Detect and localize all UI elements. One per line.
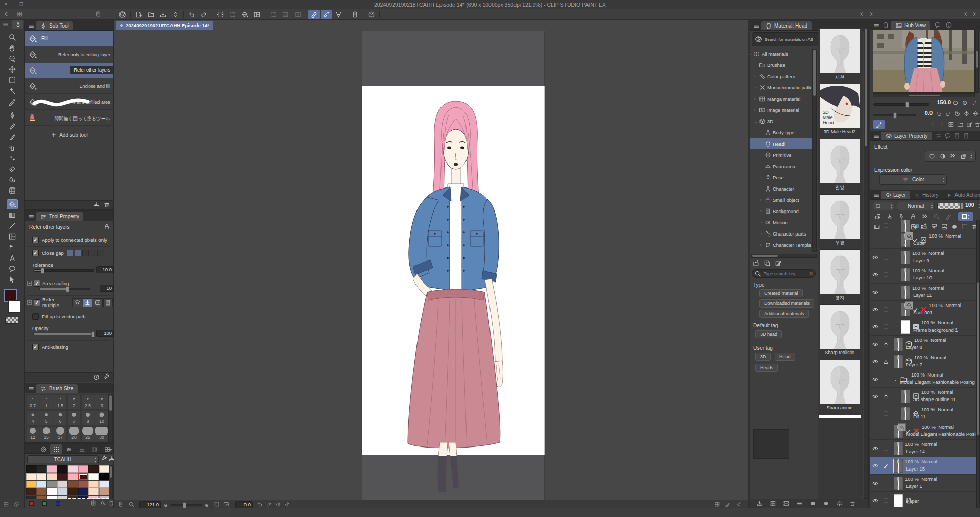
- help-button[interactable]: [365, 10, 377, 19]
- new-material-folder-icon[interactable]: [752, 260, 760, 267]
- special-ruler-option[interactable]: [83, 298, 92, 307]
- hand-tool[interactable]: [7, 43, 18, 53]
- swap-subview-button[interactable]: [971, 100, 978, 106]
- expander-icon[interactable]: ⌄: [749, 52, 752, 56]
- text-tool[interactable]: [7, 253, 18, 263]
- listview-footer-icon[interactable]: [796, 500, 803, 507]
- eye-icon[interactable]: [872, 306, 879, 313]
- paint-brush-tool[interactable]: [7, 132, 18, 142]
- clip-studio-logo-button[interactable]: [116, 10, 128, 19]
- import-sub-tool-icon[interactable]: [93, 201, 100, 208]
- sub-view-image[interactable]: [873, 30, 975, 93]
- material-thumb-scrollbar[interactable]: [864, 28, 868, 499]
- zoom-out-button[interactable]: ⊖: [953, 99, 958, 106]
- gap-size-0[interactable]: [67, 250, 74, 256]
- layer-row-layer-1[interactable]: 100 % NormalLayer 1: [870, 475, 976, 492]
- folder-expander-icon[interactable]: ⌄: [894, 377, 897, 382]
- document-option[interactable]: [103, 298, 113, 307]
- brush-size-15[interactable]: 15: [40, 426, 53, 441]
- opacity-value[interactable]: 100▴▾: [965, 202, 976, 208]
- eye-icon[interactable]: [872, 480, 879, 487]
- layer-thumbnail[interactable]: [901, 390, 910, 403]
- draw-target-icon[interactable]: [883, 462, 889, 469]
- selection-square-button[interactable]: [292, 10, 303, 19]
- checker-layer-button[interactable]: [921, 213, 928, 220]
- flip-vertical-button[interactable]: [972, 110, 979, 117]
- color-swatch[interactable]: [68, 465, 78, 473]
- color-swatch[interactable]: [88, 473, 99, 480]
- expander-icon[interactable]: ›: [760, 175, 762, 180]
- sub-tool-menu-icon[interactable]: [28, 22, 35, 30]
- brush-size-25[interactable]: 25: [81, 426, 94, 441]
- color-swatch[interactable]: [57, 496, 67, 499]
- color-set-tab[interactable]: [50, 444, 62, 454]
- layer-row-layer-8[interactable]: 100 % NormalLayer 8: [870, 336, 976, 353]
- ruler-icon[interactable]: [883, 393, 889, 400]
- clear-search-icon[interactable]: ✕: [809, 271, 813, 276]
- checkbox[interactable]: [32, 313, 39, 320]
- quick-access-tab-icon[interactable]: [882, 21, 889, 29]
- document[interactable]: [362, 31, 545, 500]
- tool-property-menu-icon[interactable]: [28, 213, 35, 220]
- palette-color-dropdown[interactable]: ▴▾: [873, 202, 894, 210]
- expander-icon[interactable]: ⌄: [754, 119, 758, 124]
- eye-icon[interactable]: [872, 497, 879, 504]
- material-thumb-image[interactable]: 3DMaleHead: [820, 84, 860, 128]
- color-swatch[interactable]: [47, 488, 57, 495]
- layer-color-effect-icon[interactable]: [960, 153, 967, 160]
- layer-thumbnail[interactable]: [901, 268, 910, 281]
- material-tree-character[interactable]: Character: [750, 183, 812, 194]
- material-tree-primitive[interactable]: Primitive: [750, 150, 812, 160]
- expand-icon[interactable]: +: [27, 281, 32, 286]
- save-button[interactable]: [157, 10, 168, 19]
- sub-tool-tab[interactable]: Sub Tool: [36, 21, 73, 30]
- trash-footer-icon[interactable]: [849, 500, 856, 507]
- color-wheel-tab[interactable]: [37, 444, 50, 454]
- brush-size-12[interactable]: 12: [26, 426, 39, 441]
- selection-tool[interactable]: [7, 75, 18, 85]
- layer-row-cube[interactable]: 100 % NormalCube: [870, 231, 976, 249]
- material-thumb-image[interactable]: [820, 139, 860, 183]
- material-thumbnail-우경[interactable]: 우경: [819, 194, 861, 247]
- layer-thumbnail[interactable]: [901, 251, 910, 264]
- brush-size-5[interactable]: 5: [40, 410, 53, 426]
- layer-row-layer-14[interactable]: 100 % NormalLayer 14: [870, 440, 976, 457]
- type-button-1[interactable]: Downloaded materials: [755, 299, 818, 308]
- color-swatch[interactable]: [47, 473, 57, 480]
- balloon2-tab-icon[interactable]: [944, 132, 951, 139]
- eye-icon[interactable]: [872, 358, 879, 365]
- delete-sub-tool-icon[interactable]: [103, 201, 110, 208]
- tool-palette-tab[interactable]: [12, 20, 23, 29]
- transform-frame-button[interactable]: [251, 10, 262, 19]
- sub-tool-item[interactable]: Fill: [25, 31, 113, 46]
- brush-size-2[interactable]: 2: [67, 394, 81, 410]
- color-swatch[interactable]: [78, 481, 88, 488]
- color-swatch[interactable]: [26, 481, 36, 488]
- blend-mode-dropdown[interactable]: Normal▴▾: [897, 202, 935, 210]
- brush-size-6[interactable]: 6: [54, 410, 67, 426]
- duplicate-material-icon[interactable]: [764, 260, 771, 267]
- layer-thumbnail[interactable]: [894, 338, 903, 351]
- pencil-tool[interactable]: [7, 121, 18, 131]
- color-swatch[interactable]: [68, 473, 78, 480]
- expression-color-dropdown[interactable]: Color ▴▾: [879, 174, 947, 185]
- fill-tool[interactable]: [7, 199, 18, 209]
- balloon-tool[interactable]: [7, 264, 18, 274]
- expander-icon[interactable]: ›: [760, 243, 762, 247]
- layer-thumbnail[interactable]: [901, 220, 910, 232]
- tool-nav-tab-icon[interactable]: [935, 132, 942, 139]
- gridview2-footer-icon[interactable]: [783, 500, 790, 507]
- color-swatch[interactable]: [68, 488, 78, 495]
- user-tag-3D[interactable]: 3D: [755, 353, 771, 361]
- checkbox[interactable]: ✓: [32, 237, 39, 243]
- edit-image-button[interactable]: [966, 121, 973, 128]
- tp-refer-multiple[interactable]: +✓Refer multiple: [27, 298, 114, 307]
- color-swatch[interactable]: [36, 473, 46, 480]
- brush-size-1.5[interactable]: 1.5: [54, 394, 67, 410]
- color-swatch[interactable]: [36, 481, 46, 488]
- layer-row-fill-1[interactable]: Fill 1: [870, 220, 976, 231]
- rotate-right-button[interactable]: [945, 110, 951, 117]
- layer-checkbox[interactable]: [884, 377, 888, 381]
- expander-icon[interactable]: ›: [760, 220, 762, 225]
- layer-thumbnail[interactable]: [894, 477, 903, 490]
